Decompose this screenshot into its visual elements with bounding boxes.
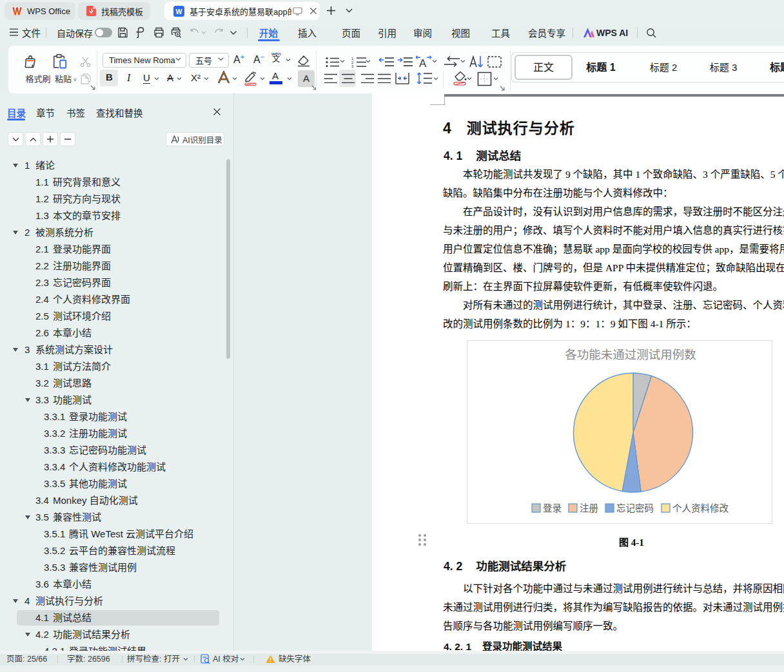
svg-text:注册: 注册 <box>580 503 598 514</box>
svg-text:忘记密码: 忘记密码 <box>616 503 654 514</box>
svg-text:各功能未通过测试用例数: 各功能未通过测试用例数 <box>565 349 696 361</box>
svg-text:个人资料修改: 个人资料修改 <box>672 503 729 514</box>
svg-text:A: A <box>419 57 427 69</box>
svg-text:登录: 登录 <box>543 503 562 514</box>
svg-text:3: 3 <box>351 64 354 68</box>
svg-text:W: W <box>176 7 182 15</box>
